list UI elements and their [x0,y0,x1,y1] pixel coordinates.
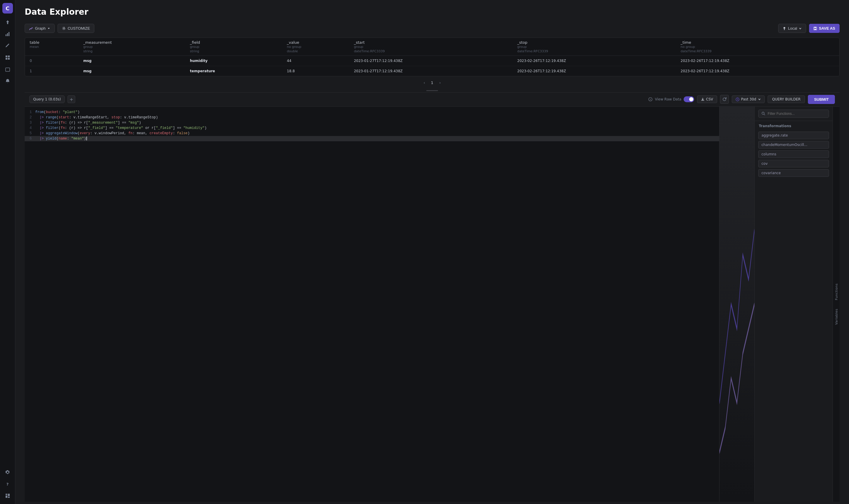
query-builder-button[interactable]: QUERY BUILDER [767,95,805,103]
chart-icon [5,32,10,36]
functions-tab[interactable]: Functions [833,279,839,304]
pagination: ‹ 1 › [25,76,839,89]
view-raw-toggle[interactable] [684,96,694,102]
search-input-wrap[interactable] [758,110,829,118]
functions-panel: Transformations aggregate.rate chandeMom… [754,107,839,502]
time-range-button[interactable]: Past 30d [732,95,765,103]
svg-rect-2 [8,32,10,36]
drag-handle-bar [426,90,438,91]
svg-rect-1 [7,33,8,36]
query-section: Query 1 (0.03s) + View Raw Data [25,92,839,502]
code-line-6: 6 |> yield(name: "mean") [25,136,719,141]
current-page: 1 [431,80,433,85]
col-time: _time no groupdateTime:RFC3339 [676,38,839,55]
cell-table-0: 0 [25,55,78,66]
sidebar-item-edit[interactable] [2,40,13,51]
code-line-2: 2 |> range(start: v.timeRangeStart, stop… [25,115,719,120]
save-as-button[interactable]: SAVE AS [809,24,839,33]
side-tabs: Functions Variables [833,107,839,502]
prev-page-button[interactable]: ‹ [421,79,428,86]
toolbar: Graph CUSTOMIZE Local [15,21,849,35]
calendar-icon [5,67,10,72]
cell-field-1: temperature [185,66,282,76]
clock-icon [736,97,739,101]
dashboard-icon [5,493,10,498]
svg-rect-7 [5,68,10,71]
cell-table-1: 1 [25,66,78,76]
drag-handle[interactable] [25,89,839,92]
sidebar-item-chart[interactable] [2,29,13,39]
sidebar-item-calendar[interactable] [2,64,13,75]
cell-measurement-1: msg [78,66,185,76]
function-search-input[interactable] [767,112,826,116]
download-icon [701,97,704,101]
cell-value-0: 44 [282,55,349,66]
csv-button[interactable]: CSV [697,95,717,103]
mini-chart [720,107,754,502]
data-table-container: table mean _measurement groupstring _fie… [25,38,839,76]
chevron-down-icon-2 [799,27,802,30]
customize-button[interactable]: CUSTOMIZE [58,24,94,33]
cell-value-1: 18.8 [282,66,349,76]
toolbar-left: Graph CUSTOMIZE [25,24,775,33]
table-header-row: table mean _measurement groupstring _fie… [25,38,839,55]
local-button[interactable]: Local [778,24,806,33]
svg-rect-5 [5,58,7,60]
gear-icon [62,26,66,30]
svg-point-12 [64,28,65,29]
sidebar-item-bell[interactable] [2,76,13,86]
refresh-button[interactable] [720,95,729,104]
svg-rect-4 [8,55,10,57]
data-area: table mean _measurement groupstring _fie… [15,35,849,504]
cell-stop-1: 2023-02-26T17:12:19.438Z [513,66,676,76]
svg-rect-10 [5,496,7,498]
grid-icon [5,55,10,60]
graph-button[interactable]: Graph [25,24,55,33]
query-toolbar: Query 1 (0.03s) + View Raw Data [25,92,839,107]
sidebar-item-settings[interactable] [2,467,13,478]
toolbar-right: Local SAVE AS [778,24,839,33]
graph-icon [29,26,33,31]
function-chande[interactable]: chandeMomentumOscill... [758,141,829,149]
sidebar-item-dashboard[interactable] [2,490,13,501]
function-columns[interactable]: columns [758,150,829,158]
save-as-label: SAVE AS [819,26,835,31]
sidebar-item-upload[interactable] [2,17,13,28]
editor-panel: 1 from(bucket: "plant") 2 |> range(start… [25,107,839,502]
function-covariance[interactable]: covariance [758,169,829,177]
pin-icon [782,27,786,30]
cell-measurement-0: msg [78,55,185,66]
sidebar-logo[interactable]: C [2,3,13,14]
svg-point-16 [762,112,764,114]
add-query-button[interactable]: + [68,95,75,103]
search-icon [761,112,765,115]
svg-rect-3 [5,55,7,57]
cell-start-1: 2023-01-27T17:12:19.438Z [349,66,513,76]
submit-button[interactable]: SUBMIT [808,95,835,104]
svg-rect-11 [8,497,10,498]
function-aggregate-rate[interactable]: aggregate.rate [758,131,829,139]
logo-icon: C [5,5,10,12]
col-value: _value no groupdouble [282,38,349,55]
next-page-button[interactable]: › [437,79,443,86]
svg-rect-6 [8,58,10,60]
functions-list: Transformations aggregate.rate chandeMom… [755,121,833,502]
cell-time-1: 2023-02-26T17:12:19.438Z [676,66,839,76]
code-line-4: 4 |> filter(fn: (r) => r["_field"] == "t… [25,125,719,131]
save-icon [813,27,817,30]
code-editor[interactable]: 1 from(bucket: "plant") 2 |> range(start… [25,107,719,502]
col-field: _field groupstring [185,38,282,55]
variables-tab[interactable]: Variables [833,305,839,329]
refresh-icon [722,97,726,101]
upload-icon [5,20,10,25]
mini-preview [719,107,754,502]
query-toolbar-right: View Raw Data CSV [648,95,835,104]
sidebar-item-help[interactable]: ? [2,479,13,489]
col-table: table mean [25,38,78,55]
page-title: Data Explorer [25,7,839,17]
function-cov[interactable]: cov [758,160,829,167]
view-raw-label: View Raw Data [655,97,681,101]
svg-rect-8 [5,494,7,495]
sidebar-item-grid[interactable] [2,52,13,63]
query-tab-1[interactable]: Query 1 (0.03s) [30,95,65,103]
